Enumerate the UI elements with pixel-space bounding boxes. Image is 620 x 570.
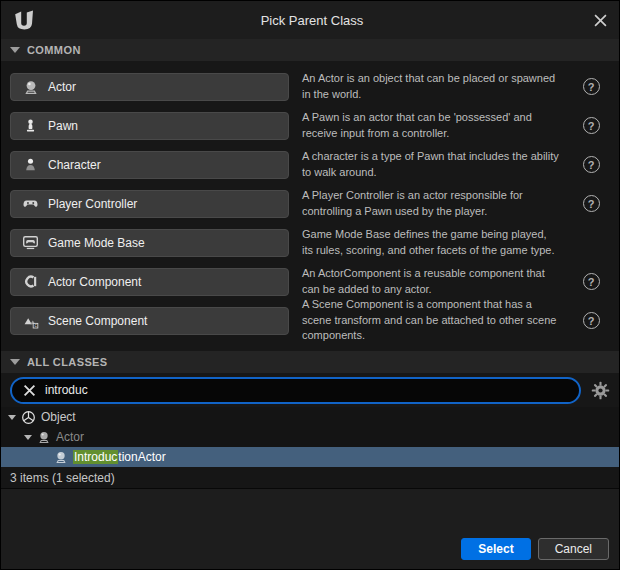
class-row-pawn: Pawn A Pawn is an actor that can be 'pos… [1,106,619,145]
common-section-header[interactable]: COMMON [1,39,619,61]
class-description: A Player Controller is an actor responsi… [302,188,559,220]
help-icon[interactable]: ? [583,312,600,329]
status-bar: 3 items (1 selected) [1,467,619,489]
component-icon [22,274,39,289]
class-description: A character is a type of Pawn that inclu… [302,149,559,181]
class-button-label: Pawn [48,119,78,133]
class-tree: Object Actor IntroductionActor [1,407,619,467]
class-description: An Actor is an object that can be placed… [302,71,559,103]
chevron-down-icon[interactable] [24,435,32,440]
pawn-class-button[interactable]: Pawn [10,112,289,140]
class-button-label: Actor Component [48,275,141,289]
scene-component-class-button[interactable]: c Scene Component [10,307,289,335]
search-row [1,373,619,407]
object-icon [21,410,36,425]
class-description: A Scene Component is a component that ha… [302,297,559,345]
cancel-button[interactable]: Cancel [538,538,609,560]
class-button-label: Scene Component [48,314,147,328]
class-search-box [10,377,581,404]
chevron-down-icon[interactable] [8,415,16,420]
search-match-highlight: Introduc [73,450,118,464]
tree-row-introduction-actor[interactable]: IntroductionActor [1,447,619,467]
class-row-actor: Actor An Actor is an object that can be … [1,67,619,106]
game-mode-base-class-button[interactable]: Game Mode Base [10,229,289,257]
class-button-label: Actor [48,80,76,94]
class-button-label: Character [48,158,101,172]
tree-item-label: Object [41,410,76,424]
actor-component-class-button[interactable]: Actor Component [10,268,289,296]
common-class-list: Actor An Actor is an object that can be … [1,61,619,341]
tree-row-actor[interactable]: Actor [1,427,619,447]
actor-icon [37,430,51,444]
tree-row-object[interactable]: Object [1,407,619,427]
class-row-game-mode-base: Game Mode Base Game Mode Base defines th… [1,223,619,262]
class-row-scene-component: c Scene Component A Scene Component is a… [1,301,619,340]
help-icon[interactable]: ? [583,78,600,95]
actor-icon [54,450,68,464]
tree-item-label: IntroductionActor [73,450,166,464]
class-description: An ActorComponent is a reusable componen… [302,266,559,298]
common-section-label: COMMON [27,44,81,56]
help-icon[interactable]: ? [583,156,600,173]
dialog-title: Pick Parent Class [43,13,581,28]
character-icon [22,157,39,172]
class-button-label: Game Mode Base [48,236,145,250]
game-mode-icon [22,234,39,251]
help-icon[interactable]: ? [583,195,600,212]
scene-component-icon: c [22,313,39,329]
class-row-player-controller: Player Controller A Player Controller is… [1,184,619,223]
help-icon[interactable]: ? [583,117,600,134]
class-description: A Pawn is an actor that can be 'possesse… [302,110,559,142]
chevron-down-icon [10,359,20,365]
class-row-character: Character A character is a type of Pawn … [1,145,619,184]
help-icon[interactable]: ? [583,273,600,290]
class-button-label: Player Controller [48,197,137,211]
pawn-icon [22,118,39,133]
search-input[interactable] [45,383,568,397]
actor-icon [22,79,39,95]
select-button[interactable]: Select [461,538,530,560]
gamepad-icon [22,195,39,212]
player-controller-class-button[interactable]: Player Controller [10,190,289,218]
title-bar: Pick Parent Class [1,1,619,39]
actor-class-button[interactable]: Actor [10,73,289,101]
items-count-status: 3 items (1 selected) [10,471,115,485]
character-class-button[interactable]: Character [10,151,289,179]
pick-parent-class-dialog: Pick Parent Class COMMON Actor An Actor … [0,0,620,570]
close-icon[interactable] [581,14,607,27]
clear-search-icon[interactable] [23,384,36,397]
gear-icon[interactable] [590,381,610,400]
class-row-actor-component: Actor Component An ActorComponent is a r… [1,262,619,301]
tree-item-label: Actor [56,430,84,444]
class-description: Game Mode Base defines the game being pl… [302,227,559,259]
all-classes-section-header[interactable]: ALL CLASSES [1,351,619,373]
chevron-down-icon [10,47,20,53]
dialog-footer: Select Cancel [1,489,619,569]
unreal-logo-icon [13,8,43,32]
section-gap [1,341,619,351]
all-classes-section-label: ALL CLASSES [27,356,108,368]
